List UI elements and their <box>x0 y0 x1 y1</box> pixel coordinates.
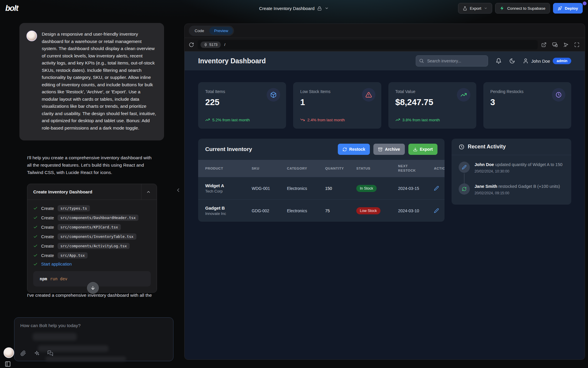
user-message: Design a responsive and user-friendly in… <box>19 23 164 140</box>
notification-dot <box>583 1 587 5</box>
task-card-title: Create Inventory Dashboard <box>33 189 92 194</box>
quantity-cell[interactable]: 75 <box>325 208 356 213</box>
dashboard-header: Inventory Dashboard John Doe admin <box>185 52 585 70</box>
export-button[interactable]: Export <box>458 3 492 14</box>
table-header-row: PRODUCT SKU CATEGORY QUANTITY STATUS NEX… <box>198 160 445 177</box>
task-action-label: Create <box>41 216 54 220</box>
kpi-trend: 2.4% from last month <box>300 117 345 122</box>
deploy-button[interactable]: Deploy <box>553 3 583 14</box>
timeline-connector <box>464 173 465 185</box>
task-card-header[interactable]: Create Inventory Dashboard <box>27 184 157 200</box>
activity-time: 20/02/2024, 10:30:00 <box>475 169 562 173</box>
kpi-trend: 5.2% from last month <box>205 117 250 122</box>
file-pill[interactable]: src/components/KPICard.tsx <box>58 224 121 230</box>
package-icon <box>267 88 280 102</box>
archive-icon <box>378 147 382 152</box>
preview-actions <box>541 42 581 47</box>
table-row: Gadget B Innovate Inc GDG-002 Electronic… <box>198 199 445 222</box>
column-sku: SKU <box>252 167 287 170</box>
status-badge: Low Stock <box>356 207 380 214</box>
chat-input-toolbar <box>20 350 53 356</box>
export-label: Export <box>470 6 481 11</box>
user-icon <box>523 58 529 64</box>
next-restock-cell: 2024-03-15 <box>398 186 434 191</box>
sku-cell: WDG-001 <box>252 186 287 191</box>
assistant-intro-text: I'll help you create a comprehensive inv… <box>27 154 157 176</box>
reload-icon[interactable] <box>189 42 194 47</box>
edit-row-button[interactable] <box>434 186 439 191</box>
inspector-cursor-icon[interactable] <box>563 42 569 47</box>
activity-text: restocked Gadget B (+100 units) <box>498 184 560 189</box>
bulk-actions: Restock Archive Export <box>338 144 437 155</box>
file-pill[interactable]: src/components/InventoryTable.tsx <box>58 233 136 240</box>
dashboard-header-actions: John Doe admin <box>416 55 571 67</box>
view-switcher: Code Preview <box>189 26 234 36</box>
project-title-menu[interactable]: Create Inventory Dashboard <box>259 0 329 16</box>
activity-user: Jane Smith <box>475 184 497 189</box>
devices-icon[interactable] <box>552 42 558 47</box>
bell-icon[interactable] <box>496 58 502 64</box>
paperclip-icon[interactable] <box>20 350 26 356</box>
column-status: STATUS <box>356 167 398 170</box>
check-icon <box>33 262 38 266</box>
file-pill[interactable]: src/components/DashboardHeader.tsx <box>58 215 139 221</box>
redacted-text <box>45 357 126 361</box>
kpi-trend-text: 3.8% from last month <box>402 118 440 122</box>
restock-button[interactable]: Restock <box>338 144 370 155</box>
category-cell: Electronics <box>287 186 325 191</box>
sku-cell: GDG-002 <box>252 208 287 213</box>
chevron-down-icon <box>484 6 487 10</box>
deploy-label: Deploy <box>565 6 578 11</box>
connect-supabase-button[interactable]: Connect to Supabase <box>495 3 550 14</box>
check-icon <box>33 225 38 229</box>
task-action-label: Create <box>41 244 54 248</box>
tab-code[interactable]: Code <box>190 27 209 35</box>
workbench-panel: Code Preview 5173 / Inventory Dashboard <box>184 24 585 360</box>
file-pill[interactable]: src/App.tsx <box>58 252 88 258</box>
export-label: Export <box>420 147 433 152</box>
kpi-card-total-items: Total Items 225 5.2% from last month <box>198 82 286 129</box>
port-pill[interactable]: 5173 <box>201 42 221 48</box>
inventory-title: Current Inventory <box>205 146 252 152</box>
clock-icon <box>552 88 565 102</box>
edit-row-button[interactable] <box>434 208 439 213</box>
check-icon <box>33 244 38 248</box>
start-application-link[interactable]: Start application <box>41 262 72 266</box>
redacted-text <box>33 333 77 341</box>
sidebar-toggle-icon[interactable] <box>5 361 11 367</box>
collapse-chat-button[interactable] <box>175 187 181 193</box>
account-avatar[interactable] <box>4 347 14 358</box>
user-menu[interactable]: John Doe admin <box>523 58 571 64</box>
assistant-message: I'll help you create a comprehensive inv… <box>27 154 157 293</box>
task-item: Create src/components/DashboardHeader.ts… <box>33 215 151 221</box>
activity-entry: John Doe updated quantity of Widget A to… <box>459 162 564 176</box>
command-binary: npm <box>40 276 47 281</box>
user-avatar <box>26 31 37 41</box>
chevron-down-icon[interactable] <box>325 6 329 10</box>
next-restock-cell: 2024-03-10 <box>398 208 434 213</box>
product-name: Gadget B <box>205 205 252 210</box>
inventory-search <box>416 55 488 67</box>
file-pill[interactable]: src/types.ts <box>58 205 90 211</box>
rocket-icon <box>558 6 562 11</box>
product-supplier: Tech Corp <box>205 189 252 193</box>
chat-bubbles-icon[interactable] <box>47 350 53 356</box>
column-category: CATEGORY <box>287 167 325 170</box>
quantity-cell[interactable]: 150 <box>325 186 356 191</box>
search-icon <box>419 58 424 63</box>
open-external-icon[interactable] <box>541 42 547 47</box>
search-input[interactable] <box>416 55 488 67</box>
file-pill[interactable]: src/components/ActivityLog.tsx <box>58 243 130 249</box>
sparkles-icon[interactable] <box>34 350 40 356</box>
kpi-trend: 3.8% from last month <box>395 117 440 122</box>
dark-mode-toggle-icon[interactable] <box>509 58 515 64</box>
column-actions: ACTIONS <box>434 167 445 170</box>
chevron-up-icon[interactable] <box>141 184 151 200</box>
fullscreen-icon[interactable] <box>574 42 579 47</box>
export-csv-button[interactable]: Export <box>408 144 437 155</box>
topbar-actions: Export Connect to Supabase Deploy <box>458 3 583 14</box>
inventory-card: Current Inventory Restock Archive <box>198 139 445 222</box>
url-input[interactable]: 5173 / <box>198 40 538 49</box>
tab-preview[interactable]: Preview <box>209 27 233 35</box>
archive-button[interactable]: Archive <box>373 144 405 155</box>
